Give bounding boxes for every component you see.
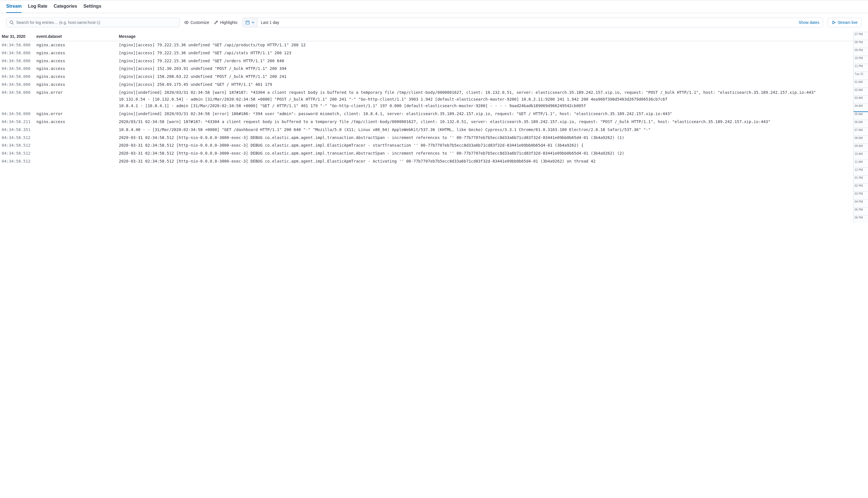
header-message: Message	[119, 34, 852, 39]
log-message: 2020-03-31 02:34:58.512 [http-nio-0.0.0.…	[119, 150, 852, 157]
log-row[interactable]: 04:34:58.000nginx.access[nginx][access] …	[0, 65, 853, 73]
highlights-button[interactable]: Highlights	[214, 20, 237, 25]
minimap-tick[interactable]: 07 PM	[854, 32, 868, 40]
log-time: 04:34:58.512	[2, 134, 36, 141]
tabs: StreamLog RateCategoriesSettings	[0, 0, 868, 13]
log-time: 04:34:58.000	[2, 81, 36, 88]
minimap-tick[interactable]: 07 AM	[854, 128, 868, 135]
log-dataset: nginx.access	[36, 50, 119, 56]
log-message: [nginx][undefined] 2020/03/31 02:34:58 […	[119, 89, 852, 109]
minimap-tick[interactable]: 05 PM	[854, 207, 868, 215]
minimap-tick[interactable]: Tue 31	[854, 71, 868, 80]
log-message: 2020-03-31 02:34:58.512 [http-nio-0.0.0.…	[119, 158, 852, 165]
date-range-text[interactable]: Last 1 day	[258, 18, 795, 27]
log-time: 04:34:58.000	[2, 110, 36, 117]
minimap-tick[interactable]: 11 PM	[854, 64, 868, 71]
search-input[interactable]	[16, 20, 176, 25]
log-time: 04:34:58.512	[2, 158, 36, 165]
log-row[interactable]: 04:34:58.000nginx.access[nginx][access] …	[0, 49, 853, 57]
minimap-tick[interactable]: 03 PM	[854, 191, 868, 199]
highlights-label: Highlights	[220, 20, 237, 25]
date-picker: Last 1 day Show dates	[242, 18, 823, 27]
log-time: 04:34:58.000	[2, 50, 36, 56]
stream-live-button[interactable]: Stream live	[828, 18, 862, 27]
log-time: 04:34:58.211	[2, 119, 36, 125]
minimap-tick[interactable]: 10 PM	[854, 56, 868, 64]
minimap[interactable]: 07 PM08 PM09 PM10 PM11 PMTue 3101 AM02 A…	[853, 32, 868, 223]
log-headers: Mar 31, 2020 event.dataset Message	[0, 32, 853, 41]
minimap-tick[interactable]: 03 AM	[854, 95, 868, 104]
log-dataset: nginx.error	[36, 110, 119, 117]
tab-categories[interactable]: Categories	[54, 0, 77, 13]
stream-live-label: Stream live	[838, 20, 857, 25]
log-time: 04:34:58.000	[2, 42, 36, 49]
minimap-tick[interactable]: 12 PM	[854, 167, 868, 175]
toolbar: Customize Highlights Last 1 day Show dat…	[0, 13, 868, 32]
minimap-tick[interactable]: 09 AM	[854, 144, 868, 152]
tab-log-rate[interactable]: Log Rate	[28, 0, 47, 13]
log-message: [nginx][access] 79.222.15.36 undefined "…	[119, 58, 852, 65]
log-message: 2020-03-31 02:34:58.512 [http-nio-0.0.0.…	[119, 134, 852, 141]
log-dataset: nginx.access	[36, 119, 119, 125]
log-dataset: nginx.access	[36, 42, 119, 49]
chevron-down-icon	[251, 21, 254, 24]
minimap-tick[interactable]: 02 PM	[854, 183, 868, 191]
log-dataset	[36, 134, 119, 141]
log-time: 04:34:58.512	[2, 142, 36, 149]
svg-rect-3	[246, 21, 249, 24]
log-row[interactable]: 04:34:58.5122020-03-31 02:34:58.512 [htt…	[0, 157, 853, 166]
log-dataset: nginx.access	[36, 73, 119, 80]
log-row[interactable]: 04:34:58.35110.8.4.40 - - [31/Mar/2020:0…	[0, 126, 853, 134]
log-row[interactable]: 04:34:58.000nginx.access[nginx][access] …	[0, 41, 853, 49]
minimap-tick[interactable]: 01 PM	[854, 175, 868, 183]
log-row[interactable]: 04:34:58.5122020-03-31 02:34:58.512 [htt…	[0, 149, 853, 157]
log-time: 04:34:58.000	[2, 89, 36, 109]
log-row[interactable]: 04:34:58.5122020-03-31 02:34:58.512 [htt…	[0, 134, 853, 142]
log-dataset	[36, 127, 119, 133]
tab-settings[interactable]: Settings	[83, 0, 101, 13]
show-dates-button[interactable]: Show dates	[795, 18, 823, 27]
minimap-tick[interactable]: 08 AM	[854, 135, 868, 144]
log-row[interactable]: 04:34:58.000nginx.error[nginx][undefined…	[0, 110, 853, 118]
customize-button[interactable]: Customize	[184, 20, 209, 25]
minimap-tick[interactable]: 06 AM	[854, 120, 868, 128]
log-time: 04:34:58.000	[2, 73, 36, 80]
log-row[interactable]: 04:34:58.000nginx.access[nginx][access] …	[0, 73, 853, 81]
minimap-tick[interactable]: 02 AM	[854, 88, 868, 95]
log-dataset: nginx.access	[36, 58, 119, 65]
calendar-icon	[245, 20, 250, 25]
log-message: [nginx][access] 79.222.15.36 undefined "…	[119, 42, 852, 49]
log-message: [nginx][access] 158.208.63.22 undefined …	[119, 73, 852, 80]
search-input-container[interactable]	[6, 18, 180, 27]
log-row[interactable]: 04:34:58.000nginx.access[nginx][access] …	[0, 57, 853, 65]
minimap-tick[interactable]: 08 PM	[854, 40, 868, 48]
date-picker-button[interactable]	[242, 18, 258, 27]
log-row[interactable]: 04:34:58.000nginx.access[nginx][access] …	[0, 81, 853, 89]
log-dataset: nginx.access	[36, 65, 119, 72]
log-dataset	[36, 142, 119, 149]
minimap-tick[interactable]: 10 AM	[854, 152, 868, 159]
log-dataset: nginx.access	[36, 81, 119, 88]
log-message: 2020-03-31 02:34:58.512 [http-nio-0.0.0.…	[119, 142, 852, 149]
minimap-tick[interactable]: 04 PM	[854, 199, 868, 207]
play-icon	[832, 21, 836, 24]
log-row[interactable]: 04:34:58.000nginx.error[nginx][undefined…	[0, 89, 853, 110]
log-time: 04:34:58.000	[2, 58, 36, 65]
tab-stream[interactable]: Stream	[6, 0, 22, 13]
log-dataset: nginx.error	[36, 89, 119, 109]
minimap-tick[interactable]: 09 PM	[854, 48, 868, 56]
log-dataset	[36, 158, 119, 165]
log-row[interactable]: 04:34:58.5122020-03-31 02:34:58.512 [htt…	[0, 142, 853, 149]
highlighter-icon	[214, 20, 218, 25]
customize-label: Customize	[190, 20, 209, 25]
eye-icon	[184, 20, 189, 25]
minimap-tick[interactable]: 05 AM	[854, 112, 868, 120]
svg-line-1	[13, 23, 14, 24]
minimap-tick[interactable]: 06 PM	[854, 215, 868, 223]
log-time: 04:34:58.351	[2, 127, 36, 133]
log-row[interactable]: 04:34:58.211nginx.access2020/03/31 02:34…	[0, 118, 853, 126]
minimap-tick[interactable]: 11 AM	[854, 159, 868, 167]
log-message: [nginx][access] 79.222.15.36 undefined "…	[119, 50, 852, 56]
minimap-tick[interactable]: 01 AM	[854, 80, 868, 88]
minimap-tick[interactable]: 04 AM	[854, 104, 868, 112]
